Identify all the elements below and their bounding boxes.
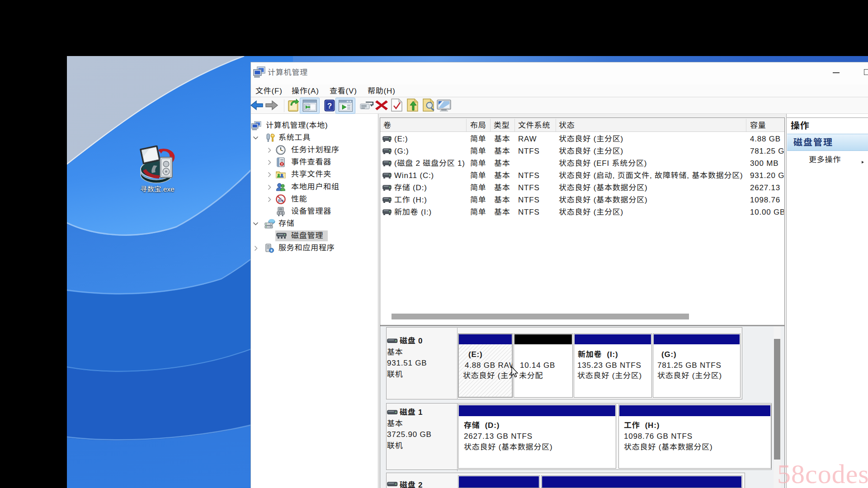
svg-text:?: ? (327, 102, 332, 110)
